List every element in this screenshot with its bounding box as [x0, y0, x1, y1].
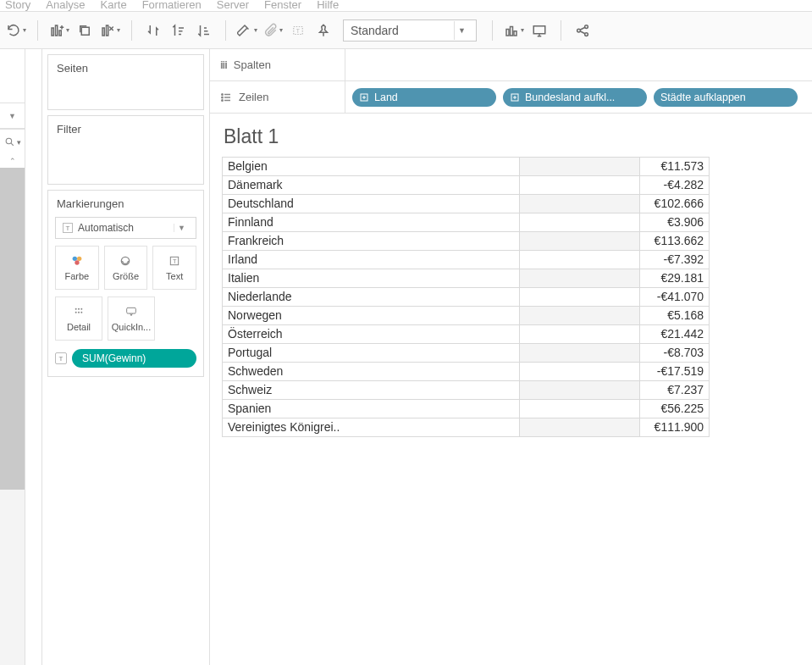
pill-label: SUM(Gewinn) — [82, 352, 146, 364]
text-label: Text — [166, 271, 183, 281]
workspace: ▼ ▾ ⌃ Seiten Filter Markierungen T Autom… — [0, 49, 812, 665]
swap-button[interactable] — [142, 19, 164, 42]
dimension-pill[interactable]: Land — [352, 88, 496, 107]
svg-rect-6 — [102, 28, 104, 36]
spacer-cell — [520, 269, 640, 288]
table-row[interactable]: Vereinigtes Königrei..€111.900 — [223, 418, 710, 437]
table-row[interactable]: Schweden-€17.519 — [223, 363, 710, 381]
country-cell: Irland — [223, 251, 520, 269]
scroll-up[interactable]: ⌃ — [0, 154, 25, 168]
table-row[interactable]: Frankreich€113.662 — [223, 232, 710, 251]
sort-desc-button[interactable] — [193, 19, 215, 42]
menu-item[interactable]: Server — [217, 2, 249, 8]
fit-select[interactable]: Standard ▼ — [343, 19, 477, 42]
menu-item[interactable]: Karte — [101, 2, 127, 8]
pin-button[interactable] — [312, 19, 334, 42]
marks-grid: Farbe Größe T Text — [48, 246, 203, 296]
table-row[interactable]: Irland-€7.392 — [223, 251, 710, 269]
filters-card[interactable]: Filter — [47, 115, 204, 185]
rows-icon — [220, 92, 232, 103]
duplicate-button[interactable] — [74, 19, 96, 42]
country-cell: Belgien — [223, 158, 520, 176]
sort-asc-button[interactable] — [168, 19, 190, 42]
spacer-cell — [520, 176, 640, 195]
detail-cell[interactable]: Detail — [55, 296, 102, 341]
show-me-button[interactable]: ▾ — [503, 19, 525, 42]
svg-point-33 — [80, 308, 82, 310]
spacer-cell — [520, 158, 640, 176]
menubar: StoryAnalyseKarteFormatierenServerFenste… — [0, 0, 812, 11]
viz-title[interactable]: Blatt 1 — [222, 125, 812, 148]
data-dropdown[interactable]: ▼ — [0, 103, 25, 128]
clear-sheet-button[interactable]: ▾ — [99, 19, 121, 42]
new-sheet-button[interactable]: ▾ — [48, 19, 70, 42]
attach-button[interactable]: ▾ — [262, 19, 284, 42]
menu-item[interactable]: Hilfe — [317, 2, 339, 8]
spacer-cell — [520, 344, 640, 363]
marks-pill-row: T SUM(Gewinn) — [48, 347, 203, 376]
rows-shelf[interactable]: Zeilen LandBundesland aufkl...Städte auf… — [210, 81, 812, 114]
size-icon — [118, 254, 133, 268]
table-row[interactable]: Finnland€3.906 — [223, 213, 710, 232]
value-cell: -€17.519 — [640, 363, 710, 381]
spacer-cell — [520, 325, 640, 344]
table-row[interactable]: Belgien€11.573 — [223, 158, 710, 176]
spacer-cell — [520, 232, 640, 251]
svg-point-42 — [222, 97, 224, 98]
country-cell: Frankreich — [223, 232, 520, 251]
color-cell[interactable]: Farbe — [55, 246, 99, 290]
svg-point-41 — [222, 93, 224, 95]
table-row[interactable]: Deutschland€102.666 — [223, 195, 710, 213]
svg-rect-14 — [514, 30, 516, 35]
svg-line-22 — [580, 30, 585, 33]
data-table: Belgien€11.573Dänemark-€4.282Deutschland… — [222, 157, 710, 437]
table-row[interactable]: Italien€29.181 — [223, 269, 710, 288]
columns-shelf[interactable]: iii Spalten — [210, 49, 812, 81]
separator — [561, 20, 561, 41]
labels-button[interactable]: T — [287, 19, 309, 42]
spacer-cell — [520, 307, 640, 325]
table-row[interactable]: Dänemark-€4.282 — [223, 176, 710, 195]
highlight-button[interactable]: ▾ — [236, 19, 258, 42]
value-cell: €102.666 — [640, 195, 710, 213]
text-cell[interactable]: T Text — [152, 246, 196, 290]
color-icon — [69, 254, 85, 268]
text-icon: T — [63, 223, 73, 233]
table-row[interactable]: Portugal-€8.703 — [223, 344, 710, 363]
table-row[interactable]: Norwegen€5.168 — [223, 307, 710, 325]
undo-button[interactable]: ▾ — [5, 19, 27, 42]
share-button[interactable] — [572, 19, 594, 42]
fit-label: Standard — [351, 24, 454, 37]
dimension-pill[interactable]: Bundesland aufkl... — [503, 88, 647, 107]
table-row[interactable]: Niederlande-€41.070 — [223, 288, 710, 307]
table-row[interactable]: Österreich€21.442 — [223, 325, 710, 344]
menu-item[interactable]: Analyse — [46, 2, 85, 8]
scrollbar-track[interactable] — [0, 168, 25, 665]
rows-pills[interactable]: LandBundesland aufkl...Städte aufklappen — [345, 88, 812, 107]
value-cell: €5.168 — [640, 307, 710, 325]
country-cell: Schweden — [223, 363, 520, 381]
search-row[interactable]: ▾ — [0, 129, 25, 154]
svg-point-43 — [222, 99, 224, 101]
menu-item[interactable]: Story — [5, 2, 30, 8]
dimension-pill[interactable]: Städte aufklappen — [654, 88, 798, 107]
svg-text:T: T — [296, 28, 300, 34]
table-row[interactable]: Schweiz€7.237 — [223, 381, 710, 400]
pages-card[interactable]: Seiten — [47, 54, 204, 110]
menu-item[interactable]: Fenster — [264, 2, 301, 8]
svg-point-25 — [72, 257, 76, 261]
value-cell: -€8.703 — [640, 344, 710, 363]
text-icon[interactable]: T — [55, 352, 67, 364]
mark-type-select[interactable]: T Automatisch ▼ — [55, 217, 196, 239]
tooltip-cell[interactable]: QuickIn... — [108, 296, 155, 341]
detail-icon — [71, 305, 86, 319]
scrollbar-thumb[interactable] — [0, 168, 25, 490]
separator — [492, 20, 493, 41]
size-cell[interactable]: Größe — [104, 246, 148, 290]
measure-pill[interactable]: SUM(Gewinn) — [72, 349, 196, 368]
value-cell: €113.662 — [640, 232, 710, 251]
presentation-button[interactable] — [528, 19, 550, 42]
table-row[interactable]: Spanien€56.225 — [223, 400, 710, 418]
color-label: Farbe — [64, 271, 89, 281]
menu-item[interactable]: Formatieren — [142, 2, 202, 8]
